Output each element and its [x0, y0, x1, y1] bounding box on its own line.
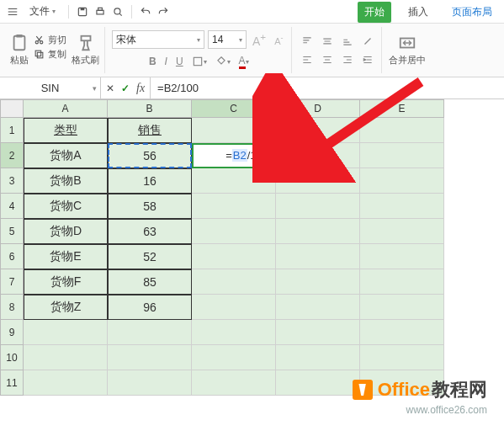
row-header[interactable]: 8: [0, 295, 24, 320]
cell-b1[interactable]: 销售: [108, 118, 192, 143]
tab-start[interactable]: 开始: [358, 2, 391, 23]
formula-input[interactable]: =B2/100: [151, 77, 504, 98]
print-preview-icon[interactable]: [110, 4, 125, 19]
format-painter-button[interactable]: 格式刷: [72, 34, 99, 67]
cell-c9[interactable]: [192, 320, 276, 345]
font-size-select[interactable]: 14 ▾: [208, 30, 247, 49]
cell-d1[interactable]: [276, 118, 360, 143]
col-header-e[interactable]: E: [360, 99, 444, 118]
font-color-button[interactable]: A▾: [236, 53, 252, 71]
cell-a1[interactable]: 类型: [24, 118, 108, 143]
fx-icon[interactable]: fx: [136, 82, 145, 95]
cell-d6[interactable]: [276, 244, 360, 269]
cancel-formula-icon[interactable]: ✕: [106, 82, 114, 94]
redo-icon[interactable]: [156, 4, 171, 19]
cell-d11[interactable]: [276, 370, 360, 396]
font-name-select[interactable]: 宋体 ▾: [112, 30, 204, 49]
cell-d10[interactable]: [276, 345, 360, 370]
cell-c5[interactable]: [192, 219, 276, 244]
cell-c2-editing[interactable]: = B2 /100: [192, 143, 276, 168]
align-bottom-button[interactable]: [339, 34, 356, 49]
underline-button[interactable]: U: [173, 54, 186, 69]
cell-b2[interactable]: 56: [108, 143, 192, 168]
print-icon[interactable]: [93, 4, 108, 19]
cell-e8[interactable]: [360, 295, 444, 320]
cell-e9[interactable]: [360, 320, 444, 345]
row-header[interactable]: 6: [0, 244, 24, 269]
copy-button[interactable]: 复制: [34, 48, 66, 61]
paste-button[interactable]: 粘贴: [10, 34, 29, 67]
cell-d4[interactable]: [276, 194, 360, 219]
hamburger-icon[interactable]: [5, 4, 20, 19]
cell-e3[interactable]: [360, 168, 444, 194]
cell-e2[interactable]: [360, 143, 444, 168]
cell-b4[interactable]: 58: [108, 194, 192, 219]
cell-a2[interactable]: 货物A: [24, 143, 108, 168]
cell-b5[interactable]: 63: [108, 219, 192, 244]
cut-button[interactable]: 剪切: [34, 34, 66, 46]
row-header[interactable]: 7: [0, 269, 24, 295]
cell-e4[interactable]: [360, 194, 444, 219]
cell-e10[interactable]: [360, 345, 444, 370]
col-header-b[interactable]: B: [108, 99, 192, 118]
cell-d9[interactable]: [276, 320, 360, 345]
cell-d5[interactable]: [276, 219, 360, 244]
cell-a6[interactable]: 货物E: [24, 244, 108, 269]
row-header[interactable]: 11: [0, 370, 24, 396]
cell-b8[interactable]: 96: [108, 295, 192, 320]
row-header[interactable]: 5: [0, 219, 24, 244]
confirm-formula-icon[interactable]: ✓: [121, 82, 130, 94]
col-header-a[interactable]: A: [24, 99, 108, 118]
align-middle-button[interactable]: [319, 34, 336, 49]
cell-d2[interactable]: [276, 143, 360, 168]
cell-a7[interactable]: 货物F: [24, 269, 108, 295]
fill-color-button[interactable]: ▾: [213, 54, 233, 69]
cell-b7[interactable]: 85: [108, 269, 192, 295]
cell-b3[interactable]: 16: [108, 168, 192, 194]
cell-e6[interactable]: [360, 244, 444, 269]
name-box[interactable]: SIN ▾: [0, 77, 101, 98]
tab-layout[interactable]: 页面布局: [445, 2, 499, 23]
cell-a10[interactable]: [24, 345, 108, 370]
cell-b9[interactable]: [108, 320, 192, 345]
file-menu[interactable]: 文件 ▾: [23, 3, 62, 20]
cell-b11[interactable]: [108, 370, 192, 396]
align-left-button[interactable]: [299, 52, 316, 67]
merge-center-button[interactable]: 合并居中: [389, 34, 426, 67]
cell-b6[interactable]: 52: [108, 244, 192, 269]
col-header-c[interactable]: C: [192, 99, 276, 118]
cell-c10[interactable]: [192, 345, 276, 370]
undo-icon[interactable]: [138, 4, 153, 19]
orientation-button[interactable]: [359, 34, 376, 49]
indent-button[interactable]: [359, 52, 376, 67]
row-header[interactable]: 9: [0, 320, 24, 345]
align-right-button[interactable]: [339, 52, 356, 67]
cell-d3[interactable]: [276, 168, 360, 194]
cell-a4[interactable]: 货物C: [24, 194, 108, 219]
cell-e7[interactable]: [360, 269, 444, 295]
cell-c7[interactable]: [192, 269, 276, 295]
increase-font-button[interactable]: A+: [250, 29, 268, 50]
cell-a8[interactable]: 货物Z: [24, 295, 108, 320]
italic-button[interactable]: I: [162, 54, 170, 69]
select-all-corner[interactable]: [0, 99, 24, 118]
cell-c4[interactable]: [192, 194, 276, 219]
cell-a9[interactable]: [24, 320, 108, 345]
cell-a3[interactable]: 货物B: [24, 168, 108, 194]
row-header[interactable]: 4: [0, 194, 24, 219]
tab-insert[interactable]: 插入: [401, 2, 435, 23]
col-header-d[interactable]: D: [276, 99, 360, 118]
align-center-button[interactable]: [319, 52, 336, 67]
align-top-button[interactable]: [299, 34, 316, 49]
cell-e5[interactable]: [360, 219, 444, 244]
cell-b10[interactable]: [108, 345, 192, 370]
cell-a11[interactable]: [24, 370, 108, 396]
cell-c6[interactable]: [192, 244, 276, 269]
cell-c8[interactable]: [192, 295, 276, 320]
cell-c11[interactable]: [192, 370, 276, 396]
cell-c1[interactable]: [192, 118, 276, 143]
row-header[interactable]: 10: [0, 345, 24, 370]
cell-c3[interactable]: [192, 168, 276, 194]
cell-a5[interactable]: 货物D: [24, 219, 108, 244]
cell-d8[interactable]: [276, 295, 360, 320]
